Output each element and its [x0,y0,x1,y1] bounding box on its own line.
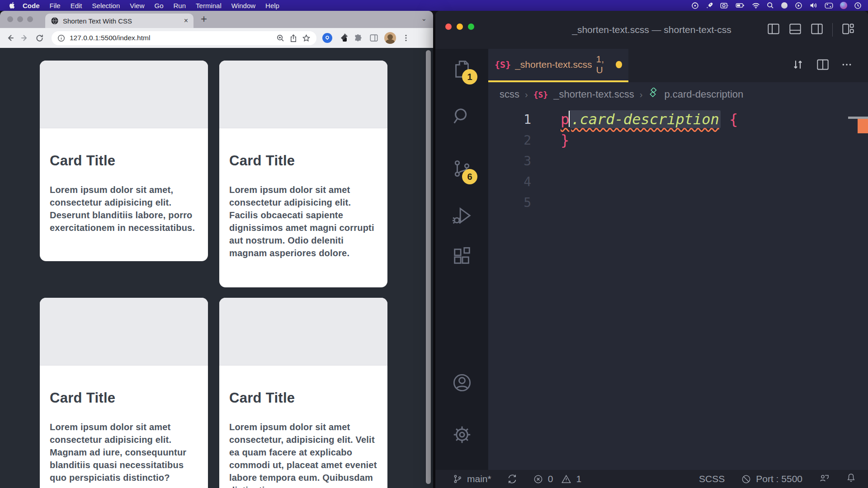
card-image-placeholder [40,61,208,128]
colorpicker-extension-icon[interactable] [338,33,348,43]
live-server-item[interactable]: Port : 5500 [741,474,802,484]
screen-record-icon[interactable] [720,2,729,9]
breadcrumb-folder[interactable]: scss [500,89,519,100]
reload-button[interactable] [35,34,44,42]
wifi-icon[interactable] [752,2,760,9]
menu-item-selection[interactable]: Selection [87,2,125,9]
errors-icon [533,474,543,484]
card-image-placeholder [219,298,387,366]
breadcrumb-separator: › [640,89,643,100]
customize-layout-icon[interactable] [842,23,854,37]
more-actions-icon[interactable] [841,59,853,72]
open-changes-icon[interactable] [791,58,805,73]
side-panel-icon[interactable] [369,33,378,42]
editor-tab[interactable]: {S} _shorten-text.scss 1, U [488,49,628,82]
menu-item-help[interactable]: Help [260,2,284,9]
card-title: Card Title [229,390,377,406]
toggle-secondary-sidebar-icon[interactable] [811,23,823,37]
git-branch-item[interactable]: main* [453,474,491,484]
siri-icon[interactable] [840,2,847,9]
language-mode-item[interactable]: SCSS [699,474,725,484]
menu-item-view[interactable]: View [125,2,149,9]
volume-icon[interactable] [809,2,818,9]
line-number: 5 [488,195,531,210]
editor-tab-bar: {S} _shorten-text.scss 1, U [488,49,868,82]
battery-icon[interactable] [736,2,745,9]
accounts-icon[interactable] [452,372,472,395]
clock-icon[interactable] [854,2,862,9]
sync-changes-item[interactable] [507,474,518,484]
card: Card Title Lorem ipsum dolor sit amet co… [219,61,387,287]
menu-item-file[interactable]: File [45,2,66,9]
menu-item-terminal[interactable]: Terminal [191,2,226,9]
password-manager-extension-icon[interactable] [322,33,332,43]
extensions-puzzle-icon[interactable] [354,33,363,43]
card: Card Title Lorem ipsum dolor sit amet, c… [40,61,208,261]
breadcrumb: scss › {S} _shorten-text.scss › p.card-d… [488,82,868,107]
menu-item-go[interactable]: Go [150,2,169,9]
breadcrumb-symbol[interactable]: p.card-description [664,89,743,100]
rocket-icon[interactable] [706,2,713,9]
url-text[interactable]: 127.0.0.1:5500/index.html [70,34,272,42]
breadcrumb-file[interactable]: _shorten-text.scss [553,89,634,100]
tab-close-icon[interactable]: × [184,17,188,24]
site-info-icon[interactable] [57,34,65,42]
code-editor[interactable]: 1 p.card-description { 2 } 3 4 5 [488,107,868,470]
code-line-2: } [561,131,569,149]
browser-traffic-lights[interactable] [7,16,33,22]
tab-overflow-chevron-icon[interactable]: ⌄ [421,14,427,23]
editor-actions [791,49,853,82]
dnd-icon[interactable] [781,2,788,9]
card-description: Lorem ipsum dolor sit amet consectetur a… [50,421,198,484]
card-description: Lorem ipsum dolor sit amet consectetur a… [229,183,377,259]
minimize-window-button[interactable] [17,16,23,22]
line-number: 4 [488,174,531,189]
settings-gear-icon[interactable] [452,424,472,447]
play-circle-icon[interactable] [795,2,802,9]
menu-bar: Code File Edit Selection View Go Run Ter… [0,0,868,11]
browser-scrollbar[interactable] [426,50,431,484]
search-icon[interactable] [452,106,472,129]
notifications-bell-icon[interactable] [846,473,856,485]
close-window-button[interactable] [7,16,13,22]
status-bar: main* 0 1 SCSS Port : 5500 [435,470,868,488]
profile-avatar[interactable] [384,32,396,44]
zoom-icon[interactable] [276,34,285,42]
explorer-badge: 1 [462,69,477,84]
forward-button[interactable] [20,33,29,42]
control-center-icon[interactable] [825,2,833,9]
back-button[interactable] [5,33,14,42]
spotlight-search-icon[interactable] [767,2,774,9]
tab-title: Shorten Text With CSS [63,17,180,25]
problems-item[interactable]: 0 1 [533,474,581,484]
browser-menu-icon[interactable] [402,34,410,42]
tunnel-feedback-icon[interactable] [819,473,830,486]
run-debug-icon[interactable] [452,205,472,228]
menu-bar-status-icons [691,2,862,9]
toggle-sidebar-icon[interactable] [767,23,780,37]
toggle-panel-icon[interactable] [789,23,802,37]
menu-item-edit[interactable]: Edit [66,2,87,9]
browser-tab[interactable]: Shorten Text With CSS × [45,14,193,28]
extensions-icon[interactable] [452,246,472,269]
menu-app-name[interactable]: Code [18,2,45,9]
line-number: 3 [488,154,531,169]
unsaved-changes-dot-icon[interactable] [616,61,622,68]
apple-menu-icon[interactable] [8,2,15,9]
new-tab-button[interactable]: + [201,13,207,25]
zoom-window-button[interactable] [27,16,33,22]
source-control-badge: 6 [462,169,477,184]
share-icon[interactable] [289,34,297,42]
record-icon[interactable] [691,2,699,9]
address-bar[interactable]: 127.0.0.1:5500/index.html [52,31,316,45]
browser-toolbar: 127.0.0.1:5500/index.html [0,28,433,48]
activity-bar: 1 6 [435,49,488,470]
line-number: 1 [488,112,531,127]
scss-file-icon: {S} [533,90,548,99]
split-editor-icon[interactable] [816,59,829,72]
bookmark-star-icon[interactable] [302,34,311,42]
menu-item-window[interactable]: Window [226,2,260,9]
globe-favicon-icon [51,17,59,25]
menu-item-run[interactable]: Run [169,2,191,9]
card-title: Card Title [50,153,198,169]
